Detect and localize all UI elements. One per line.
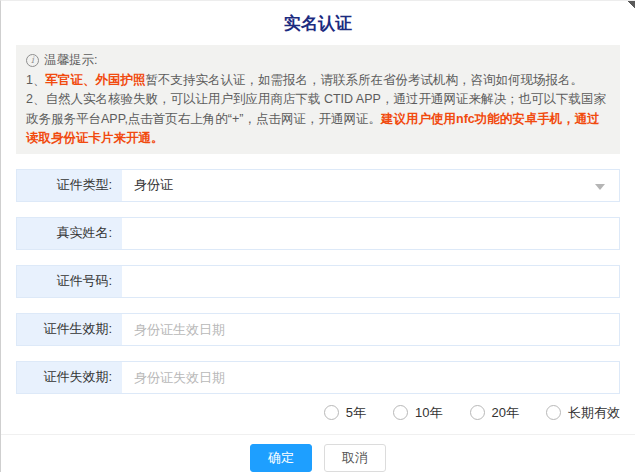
cert-type-select[interactable]: 身份证	[122, 170, 619, 201]
cert-start-date-label: 证件生效期:	[17, 314, 122, 345]
notice-box: i 温馨提示: 1、军官证、外国护照暂不支持实名认证，如需报名，请联系所在省份考…	[16, 45, 620, 154]
real-name-input-wrap	[122, 218, 619, 249]
field-row-cert-expiry-date: 证件失效期:	[16, 361, 620, 394]
field-row-cert-start-date: 证件生效期:	[16, 313, 620, 346]
cert-start-date-input[interactable]	[134, 322, 619, 337]
page-title: 实名认证	[1, 1, 635, 35]
footer-actions: 确定 取消	[1, 444, 635, 472]
notice-line-2-prefix: 2、	[26, 92, 45, 106]
radio-long-term-label: 长期有效	[568, 404, 620, 422]
notice-highlight: 军官证、外国护照	[45, 73, 145, 87]
notice-line-1-prefix: 1、	[26, 73, 45, 87]
radio-unchecked-icon	[393, 405, 408, 420]
cert-number-input[interactable]	[134, 274, 619, 289]
radio-5-years[interactable]: 5年	[324, 404, 366, 422]
field-row-cert-number: 证件号码:	[16, 265, 620, 298]
real-name-label: 真实姓名:	[17, 218, 122, 249]
field-row-cert-type: 证件类型: 身份证	[16, 169, 620, 202]
notice-header-text: 温馨提示:	[44, 51, 97, 71]
notice-line-2: 2、自然人实名核验失败，可以让用户到应用商店下载 CTID APP，通过开通网证…	[26, 90, 610, 149]
radio-unchecked-icon	[546, 405, 561, 420]
real-name-auth-dialog: 实名认证 i 温馨提示: 1、军官证、外国护照暂不支持实名认证，如需报名，请联系…	[0, 0, 635, 472]
radio-20-years[interactable]: 20年	[470, 404, 519, 422]
notice-header: i 温馨提示:	[26, 51, 610, 71]
radio-unchecked-icon	[470, 405, 485, 420]
field-row-real-name: 真实姓名:	[16, 217, 620, 250]
radio-10-years[interactable]: 10年	[393, 404, 442, 422]
confirm-button[interactable]: 确定	[250, 444, 312, 472]
radio-20-years-label: 20年	[492, 404, 519, 422]
cert-expiry-date-input-wrap	[122, 362, 619, 393]
cert-expiry-date-input[interactable]	[134, 370, 619, 385]
radio-unchecked-icon	[324, 405, 339, 420]
radio-10-years-label: 10年	[415, 404, 442, 422]
footer-divider	[1, 434, 635, 435]
cert-number-label: 证件号码:	[17, 266, 122, 297]
cert-number-input-wrap	[122, 266, 619, 297]
radio-long-term[interactable]: 长期有效	[546, 404, 620, 422]
notice-line-1-rest: 暂不支持实名认证，如需报名，请联系所在省份考试机构，咨询如何现场报名。	[145, 73, 583, 87]
chevron-down-icon	[595, 184, 605, 190]
notice-line-1: 1、军官证、外国护照暂不支持实名认证，如需报名，请联系所在省份考试机构，咨询如何…	[26, 71, 610, 91]
cert-type-value: 身份证	[134, 176, 173, 194]
cert-type-label: 证件类型:	[17, 170, 122, 201]
info-icon: i	[26, 54, 39, 67]
cancel-button[interactable]: 取消	[324, 444, 386, 472]
cert-expiry-date-label: 证件失效期:	[17, 362, 122, 393]
cert-start-date-input-wrap	[122, 314, 619, 345]
real-name-input[interactable]	[134, 226, 619, 241]
validity-radio-group: 5年 10年 20年 长期有效	[16, 401, 620, 425]
radio-5-years-label: 5年	[346, 404, 366, 422]
